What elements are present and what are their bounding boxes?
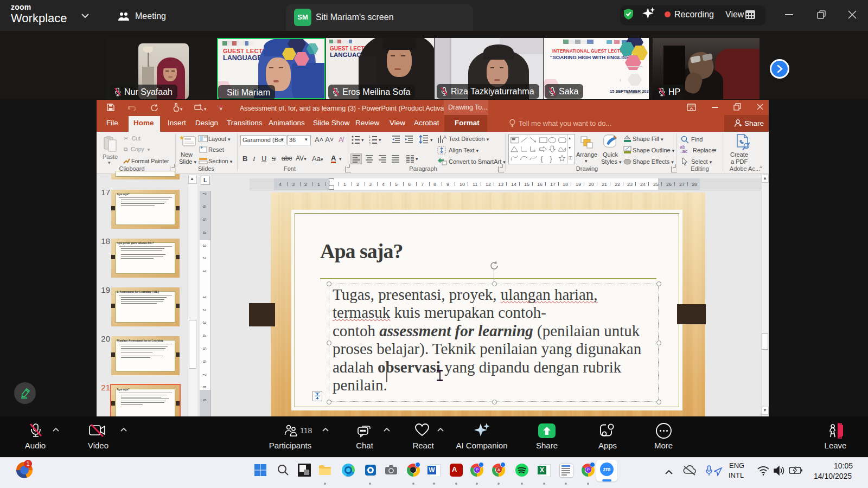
svg-text:3: 3: [369, 142, 371, 144]
svg-text:}: }: [550, 155, 552, 163]
svg-text:{: {: [540, 155, 542, 163]
svg-text:A: A: [443, 134, 446, 140]
